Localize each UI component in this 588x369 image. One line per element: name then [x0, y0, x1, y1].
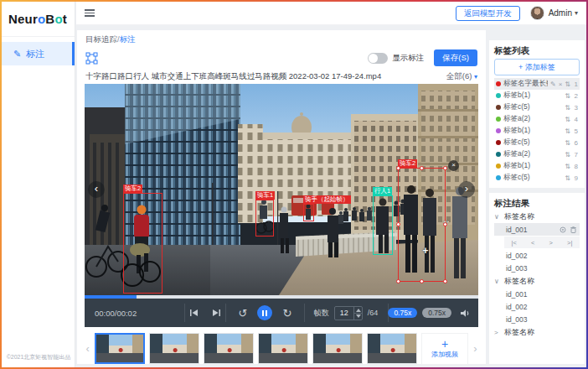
- frame-up-icon[interactable]: [354, 307, 362, 314]
- video-thumbnail[interactable]: [367, 333, 417, 364]
- thumbs-scroll-right-icon[interactable]: ›: [472, 342, 478, 355]
- main-content-card: 目标追踪/标注 显示标注 保存(S) 十字路口路口行人 城市交通上下班高峰斑马线…: [77, 30, 486, 364]
- sort-icon[interactable]: ⇅: [565, 163, 570, 170]
- visibility-icon[interactable]: [560, 226, 566, 233]
- pager-prev-button[interactable]: <: [531, 239, 534, 247]
- breadcrumb-parent[interactable]: 目标追踪: [85, 34, 117, 44]
- pager-last-button[interactable]: >|: [567, 239, 572, 247]
- bbox-tool-icon[interactable]: [85, 52, 98, 65]
- bbox-label: 骑车2: [123, 184, 142, 193]
- resize-handle[interactable]: [396, 279, 400, 283]
- bounding-box[interactable]: 骑车2: [123, 193, 162, 294]
- sort-icon[interactable]: ⇅: [565, 92, 570, 100]
- add-label-button[interactable]: + 添加标签: [494, 59, 580, 75]
- label-list-item[interactable]: 标签c(5)⇅9: [494, 172, 580, 184]
- speed-pill-inactive[interactable]: 0.75x: [422, 308, 451, 318]
- user-name[interactable]: Admin: [549, 8, 572, 18]
- prev-frame-button[interactable]: [189, 309, 199, 317]
- result-item[interactable]: id_002: [494, 300, 580, 313]
- next-video-arrow[interactable]: ›: [458, 181, 475, 198]
- prev-video-arrow[interactable]: ‹: [88, 181, 105, 198]
- trash-icon[interactable]: [570, 226, 576, 233]
- logo-text: o: [54, 12, 62, 26]
- label-list-item[interactable]: 标签b(1)⇅5: [494, 125, 580, 137]
- sort-icon[interactable]: ⇅: [565, 151, 570, 159]
- player-controls: 00:00/00:02 ↺ ↻ 帧数: [85, 299, 478, 327]
- logo-text: o: [38, 12, 45, 26]
- frame-input[interactable]: [335, 307, 353, 320]
- sort-icon[interactable]: ⇅: [565, 174, 570, 182]
- sort-icon[interactable]: ⇅: [565, 81, 570, 88]
- result-group-header[interactable]: ∨标签名称: [494, 274, 580, 288]
- label-list-item[interactable]: 标签c(5)⇅3: [494, 101, 580, 113]
- label-shortcut: 5: [573, 127, 578, 135]
- pause-button[interactable]: [257, 305, 272, 320]
- logo-text: B: [45, 12, 54, 26]
- sort-icon[interactable]: ⇅: [565, 139, 570, 147]
- label-list-item[interactable]: 标签b(1)⇅2: [494, 90, 580, 101]
- edit-label-icon[interactable]: ✎: [550, 81, 556, 88]
- sidebar-item-annotation[interactable]: ✎ 标注: [2, 42, 75, 65]
- speed-pill-active[interactable]: 0.75x: [388, 308, 417, 318]
- result-groups: ∨标签名称id_001|<<>>|id_002id_003∨标签名称id_001…: [494, 210, 580, 339]
- result-group-header[interactable]: ∨标签名称: [494, 210, 580, 223]
- sort-icon[interactable]: ⇅: [565, 116, 570, 123]
- thumbs-scroll-left-icon[interactable]: ‹: [85, 342, 90, 355]
- label-shortcut: 8: [573, 163, 578, 170]
- back-to-model-dev-button[interactable]: 返回模型开发: [456, 6, 520, 21]
- video-thumbnail[interactable]: [204, 333, 254, 364]
- filter-dropdown[interactable]: 全部(6) ▾: [446, 71, 477, 82]
- resize-handle[interactable]: [396, 222, 400, 226]
- add-video-button[interactable]: + 添加视频: [421, 333, 468, 365]
- bounding-box[interactable]: 骑车1: [255, 200, 274, 236]
- next-frame-button[interactable]: [212, 309, 221, 317]
- bounding-box[interactable]: 行人1: [373, 195, 393, 255]
- copyright-text: ©2021北京矩视智能出品: [2, 353, 75, 361]
- video-thumbnail[interactable]: [95, 333, 145, 364]
- bounding-box[interactable]: 骑车2×↔+: [398, 168, 446, 282]
- delete-label-icon[interactable]: ×: [559, 81, 563, 88]
- video-canvas[interactable]: 骑车2骑车1骑手（起始帧）行人1骑车2×↔+ ‹ ›: [85, 84, 478, 295]
- caret-right-icon: >: [494, 329, 501, 336]
- frame-down-icon[interactable]: [354, 314, 362, 320]
- save-button[interactable]: 保存(S): [434, 49, 477, 66]
- result-group-header[interactable]: >标签名称: [494, 325, 580, 339]
- menu-collapse-icon[interactable]: [85, 8, 95, 18]
- video-thumbnail[interactable]: [258, 333, 308, 364]
- sort-icon[interactable]: ⇅: [565, 104, 570, 112]
- video-thumbnail[interactable]: [149, 333, 199, 364]
- result-item[interactable]: id_001: [494, 288, 580, 300]
- volume-icon[interactable]: [460, 309, 470, 318]
- label-list-item[interactable]: 标签名字最长数...✎×⇅1: [494, 78, 580, 90]
- resize-handle[interactable]: [443, 279, 447, 283]
- user-avatar[interactable]: [530, 6, 544, 20]
- result-item[interactable]: id_001: [494, 223, 580, 236]
- resize-handle[interactable]: [420, 279, 424, 283]
- video-thumbnail[interactable]: [312, 333, 363, 364]
- pager-first-button[interactable]: |<: [512, 239, 517, 247]
- label-shortcut: 4: [573, 116, 578, 123]
- show-annotation-toggle[interactable]: [368, 53, 388, 64]
- label-list-item[interactable]: 标签b(1)⇅8: [494, 160, 580, 172]
- result-item[interactable]: id_003: [494, 313, 580, 325]
- bounding-box[interactable]: 骑手（起始帧）: [303, 204, 314, 221]
- label-list-item[interactable]: 标签a(2)⇅7: [494, 148, 580, 160]
- label-list-item[interactable]: 标签a(2)⇅4: [494, 113, 580, 125]
- label-color-dot: [496, 117, 501, 122]
- resize-handle[interactable]: [396, 166, 400, 170]
- user-menu-caret-icon[interactable]: ▾: [575, 9, 578, 17]
- rewind-icon[interactable]: ↺: [239, 307, 248, 320]
- label-name: 标签c(5): [503, 173, 562, 183]
- result-item[interactable]: id_003: [494, 262, 580, 274]
- label-list: 标签名字最长数...✎×⇅1标签b(1)⇅2标签c(5)⇅3标签a(2)⇅4标签…: [494, 78, 580, 184]
- label-color-dot: [496, 140, 501, 145]
- forward-icon[interactable]: ↻: [282, 307, 291, 320]
- resize-handle[interactable]: [443, 166, 447, 170]
- sort-icon[interactable]: ⇅: [565, 127, 570, 135]
- pager-next-button[interactable]: >: [549, 239, 553, 247]
- delete-box-button[interactable]: ×: [448, 160, 459, 171]
- result-item[interactable]: id_002: [494, 249, 580, 262]
- label-list-item[interactable]: 标签c(5)⇅6: [494, 137, 580, 148]
- bbox-label: 骑车2: [398, 159, 417, 168]
- resize-handle[interactable]: [420, 166, 424, 170]
